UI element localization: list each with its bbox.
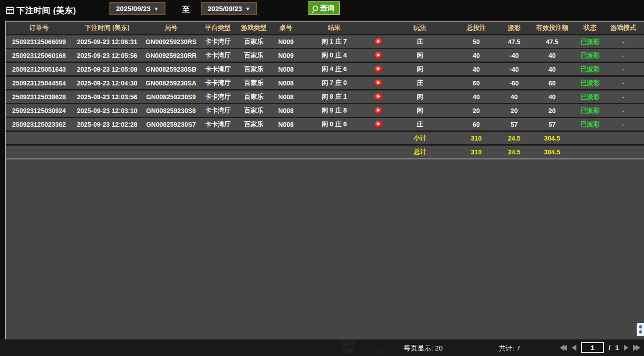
replay-video-icon[interactable] xyxy=(375,93,382,100)
cell-order-id: 250923125051643 xyxy=(6,66,72,73)
page-separator: / xyxy=(609,344,610,351)
subtotal-payout: 24.5 xyxy=(502,135,527,142)
last-page-button[interactable] xyxy=(633,345,640,351)
cell-play: 庄 xyxy=(389,120,451,129)
prev-page-button[interactable] xyxy=(572,345,576,351)
cell-total-bet: 40 xyxy=(451,93,502,101)
pagination-bar: 两对 总数 10 每页显示: 20 共计: 7 / 1 xyxy=(0,339,644,356)
cell-play: 闲 xyxy=(389,93,451,101)
cell-order-id: 250923125060168 xyxy=(6,52,72,59)
cell-round-id: GN008259230S9 xyxy=(142,93,200,101)
date-to-select[interactable]: 2025/09/23 ▼ xyxy=(201,2,257,15)
cell-total-bet: 40 xyxy=(451,52,502,59)
cell-order-id: 250923125023362 xyxy=(6,121,72,128)
bet-records-table: 订单号 下注时间 (美东) 局号 平台类型 游戏类型 桌号 结果 玩法 总投注 … xyxy=(5,21,644,339)
cell-table-no: N009 xyxy=(272,52,300,59)
cell-bet-time: 2025-09-23 12:05:08 xyxy=(72,66,142,73)
search-button[interactable]: 查询 xyxy=(308,1,340,15)
ghost-background-text: 总数 xyxy=(342,347,355,356)
column-header-game-mode: 游戏模式 xyxy=(603,24,644,32)
cell-table-no: N008 xyxy=(272,93,300,101)
total-row: 总计 310 24.5 304.5 xyxy=(6,146,644,159)
cell-platform: 卡卡湾厅 xyxy=(200,79,236,87)
page-count-label: 1 xyxy=(615,344,619,351)
column-header-play: 玩法 xyxy=(389,24,451,32)
first-page-button[interactable] xyxy=(560,345,567,351)
cell-order-id: 250923125038628 xyxy=(6,93,72,101)
cell-game-type: 百家乐 xyxy=(236,120,272,129)
subtotal-valid-bet: 304.5 xyxy=(527,135,577,142)
date-range-separator-label: 至 xyxy=(182,4,190,15)
column-header-payout: 派彩 xyxy=(502,24,527,32)
cell-payout: 57 xyxy=(502,121,527,128)
cell-game-mode: - xyxy=(603,107,644,114)
cell-game-mode: - xyxy=(603,38,644,45)
widget-dot-icon xyxy=(639,330,642,333)
floating-widget-icon[interactable] xyxy=(637,323,644,336)
cell-status: 已派彩 xyxy=(577,93,603,101)
date-from-select[interactable]: 2025/09/23 ▼ xyxy=(109,2,165,15)
cell-payout: 20 xyxy=(502,107,527,114)
calendar-icon xyxy=(6,6,14,14)
cell-game-mode: - xyxy=(603,93,644,101)
replay-video-icon[interactable] xyxy=(375,38,382,45)
page-number-input[interactable] xyxy=(581,342,604,353)
column-header-valid-bet: 有效投注额 xyxy=(527,24,577,32)
cell-order-id: 250923125044564 xyxy=(6,79,72,87)
cell-valid-bet: 57 xyxy=(527,121,577,128)
cell-payout: -40 xyxy=(502,66,527,73)
table-row: 250923125023362 2025-09-23 12:02:28 GN00… xyxy=(6,118,644,132)
cell-bet-time: 2025-09-23 12:02:28 xyxy=(72,121,142,128)
cell-play: 闲 xyxy=(389,65,451,73)
cell-valid-bet: 40 xyxy=(527,93,577,101)
column-header-platform: 平台类型 xyxy=(200,24,236,32)
cell-game-type: 百家乐 xyxy=(236,79,272,87)
cell-round-id: GN008259230SA xyxy=(142,79,200,87)
cell-play: 闲 xyxy=(389,107,451,115)
table-body: 250923125066099 2025-09-23 12:06:31 GN00… xyxy=(6,35,644,132)
column-header-result: 结果 xyxy=(300,24,368,32)
page-size-label: 每页显示: 20 xyxy=(404,344,443,353)
cell-round-id: GN009259230RR xyxy=(142,52,200,59)
cell-platform: 卡卡湾厅 xyxy=(200,38,236,46)
widget-dot-icon xyxy=(639,325,642,328)
cell-result: 闲 7 庄 0 xyxy=(300,79,368,87)
ghost-background-text: 两对 xyxy=(342,339,355,348)
replay-video-icon[interactable] xyxy=(375,107,382,114)
search-button-label: 查询 xyxy=(320,4,335,13)
cell-bet-time: 2025-09-23 12:06:31 xyxy=(72,38,142,45)
replay-video-icon[interactable] xyxy=(375,121,382,128)
cell-table-no: N008 xyxy=(272,66,300,73)
cell-round-id: GN008259230S7 xyxy=(142,121,200,128)
cell-bet-time: 2025-09-23 12:05:56 xyxy=(72,52,142,59)
bet-time-filter-label: 下注时间 (美东) xyxy=(17,5,76,16)
cell-play: 闲 xyxy=(389,51,451,60)
table-row: 250923125044564 2025-09-23 12:04:30 GN00… xyxy=(6,77,644,90)
replay-video-icon[interactable] xyxy=(375,79,382,86)
search-icon xyxy=(313,6,318,11)
replay-video-icon[interactable] xyxy=(375,66,382,73)
replay-video-icon[interactable] xyxy=(375,52,382,59)
total-count-label: 共计: 7 xyxy=(499,344,520,353)
column-header-table-no: 桌号 xyxy=(272,24,300,32)
cell-order-id: 250923125066099 xyxy=(6,38,72,45)
cell-round-id: GN009259230RS xyxy=(142,38,200,45)
cell-round-id: GN008259230SB xyxy=(142,66,200,73)
cell-total-bet: 20 xyxy=(451,107,502,114)
cell-payout: -40 xyxy=(502,52,527,59)
column-header-game-type: 游戏类型 xyxy=(236,24,272,32)
column-header-round-id: 局号 xyxy=(142,24,200,32)
next-page-button[interactable] xyxy=(624,345,628,351)
cell-valid-bet: 40 xyxy=(527,66,577,73)
cell-status: 已派彩 xyxy=(577,120,603,129)
table-row: 250923125066099 2025-09-23 12:06:31 GN00… xyxy=(6,35,644,49)
cell-valid-bet: 40 xyxy=(527,52,577,59)
cell-table-no: N008 xyxy=(272,121,300,128)
cell-status: 已派彩 xyxy=(577,107,603,115)
column-header-status: 状态 xyxy=(577,24,603,32)
cell-platform: 卡卡湾厅 xyxy=(200,93,236,101)
cell-result: 闲 9 庄 8 xyxy=(300,107,368,115)
cell-payout: 47.5 xyxy=(502,38,527,45)
date-from-value: 2025/09/23 xyxy=(116,5,151,12)
cell-platform: 卡卡湾厅 xyxy=(200,120,236,129)
